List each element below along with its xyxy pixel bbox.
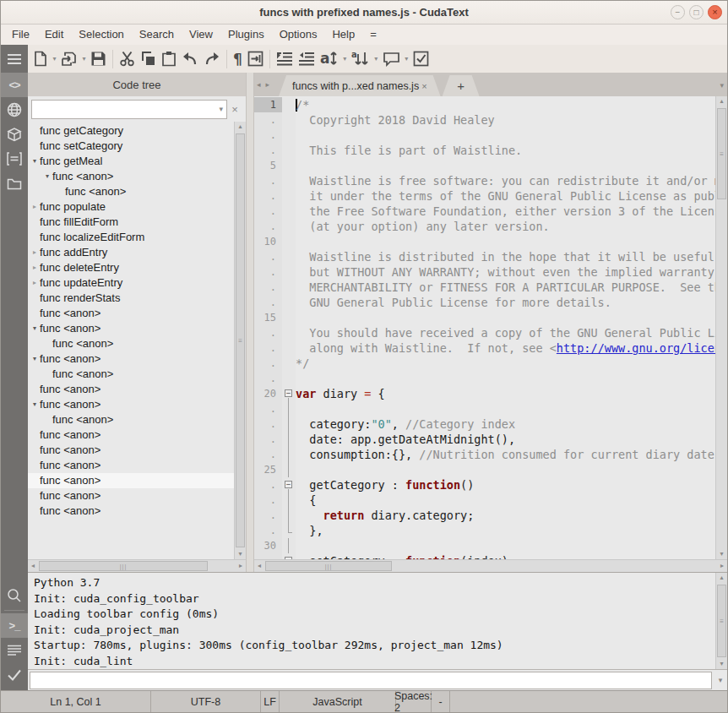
tree-item[interactable]: ▸func populate [28, 199, 234, 215]
editor-line[interactable]: . the Free Software Foundation, either v… [254, 204, 715, 219]
tab-active[interactable]: funcs with p...xed names.js × [279, 75, 441, 96]
scrollbar-thumb[interactable]: ≡ [236, 133, 245, 547]
editor-line[interactable]: . [254, 401, 715, 416]
tree-item[interactable]: ▾func <anon> [28, 351, 234, 367]
editor-line[interactable]: . MERCHANTABILITY or FITNESS FOR A PARTI… [254, 280, 715, 295]
scroll-down-icon[interactable]: ▾ [716, 659, 727, 669]
sort-dropdown-icon[interactable]: ▾ [372, 55, 380, 63]
scrollbar-thumb[interactable]: ≡ [717, 585, 726, 657]
console-history-dropdown-icon[interactable]: ▾ [714, 676, 727, 684]
copy-button[interactable] [138, 48, 159, 70]
scroll-down-icon[interactable]: ▾ [716, 549, 727, 559]
tree-item[interactable]: func localizeEditForm [28, 230, 234, 245]
validate-icon[interactable] [1, 662, 28, 687]
new-file-button[interactable] [30, 48, 51, 70]
editor-line[interactable]: . return diary.category; [254, 508, 715, 523]
tree-item[interactable]: ▸func addEntry [28, 245, 234, 260]
save-button[interactable] [88, 48, 109, 70]
tree-item[interactable]: func <anon> [28, 503, 234, 519]
tree-item[interactable]: func <anon> [28, 473, 234, 488]
tree-item[interactable]: func <anon> [28, 412, 234, 427]
editor-line[interactable]: . { [254, 493, 715, 508]
filter-dropdown-icon[interactable]: ▾ [219, 105, 223, 113]
tree-item[interactable]: ▾func <anon> [28, 321, 234, 336]
tabs-scroll-right-icon[interactable]: ▸ [263, 80, 273, 89]
expand-icon[interactable]: ▸ [30, 260, 40, 275]
tree-item[interactable]: func <anon> [28, 306, 234, 321]
paste-button[interactable] [159, 48, 179, 70]
comment-button[interactable] [380, 48, 403, 70]
editor-line[interactable]: . consumption:{}, //Nutrition consumed f… [254, 447, 715, 462]
editor-line[interactable]: 20−var diary = { [254, 386, 715, 401]
panel-splitter[interactable] [246, 73, 254, 572]
status-cursor-position[interactable]: Ln 1, Col 1 [1, 691, 151, 712]
fold-toggle-icon[interactable]: − [282, 553, 296, 559]
tree-item[interactable]: func <anon> [28, 336, 234, 351]
status-wrap[interactable]: - [432, 691, 450, 712]
console-icon[interactable]: >_ [1, 613, 28, 638]
editor-line[interactable]: . You should have received a copy of the… [254, 325, 715, 340]
scroll-left-icon[interactable]: ◂ [28, 560, 38, 572]
status-line-ends[interactable]: LF [261, 691, 280, 712]
editor-line[interactable]: .− setCategory : function(index) [254, 553, 715, 559]
tree-item[interactable]: func <anon> [28, 458, 234, 473]
collapse-icon[interactable]: ▾ [42, 169, 52, 184]
editor-horizontal-scrollbar[interactable]: ◂ ||| ▸ [254, 559, 727, 572]
editor-line[interactable]: 1/* [254, 97, 715, 112]
console-panel[interactable]: Python 3.7Init: cuda_config_toolbarLoadi… [28, 572, 727, 669]
editor-line[interactable]: 5 [254, 158, 715, 173]
tree-vertical-scrollbar[interactable]: ▴ ≡ ▾ [234, 122, 246, 559]
editor-line[interactable]: 25 [254, 462, 715, 477]
collapse-icon[interactable]: ▾ [30, 397, 40, 412]
menu-item-file[interactable]: File [4, 24, 37, 45]
console-vertical-scrollbar[interactable]: ▴ ≡ ▾ [715, 573, 727, 669]
expand-icon[interactable]: ▸ [30, 245, 40, 260]
editor-line[interactable]: . }, [254, 523, 715, 538]
editor-vertical-scrollbar[interactable]: ▴ ≡ ▾ [715, 96, 727, 559]
editor-line[interactable]: . it under the terms of the GNU General … [254, 188, 715, 204]
editor-line[interactable]: . along with Waistline. If not, see <htt… [254, 340, 715, 356]
menu-item-options[interactable]: Options [272, 24, 325, 45]
editor-line[interactable]: . but WITHOUT ANY WARRANTY; without even… [254, 264, 715, 280]
editor-line[interactable]: 30 [254, 538, 715, 553]
editor-line[interactable]: . [254, 371, 715, 386]
tree-item[interactable]: ▸func updateEntry [28, 275, 234, 291]
project-icon[interactable] [1, 171, 28, 195]
search-icon[interactable] [1, 583, 28, 607]
collapse-icon[interactable]: ▾ [30, 321, 40, 336]
editor-line[interactable]: 15 [254, 310, 715, 325]
menu-item-edit[interactable]: Edit [37, 24, 71, 45]
word-wrap-button[interactable] [245, 48, 266, 70]
fold-toggle-icon[interactable]: − [282, 477, 296, 493]
packages-icon[interactable] [1, 122, 28, 146]
change-case-dropdown-icon[interactable]: ▾ [341, 55, 349, 63]
tabs-list-dropdown-icon[interactable]: ▾ [720, 81, 724, 90]
collapse-icon[interactable]: ▾ [30, 351, 40, 367]
menu-item-selection[interactable]: Selection [71, 24, 131, 45]
scroll-up-icon[interactable]: ▴ [716, 573, 727, 583]
tree-item[interactable]: ▾func <anon> [28, 169, 234, 184]
tree-horizontal-scrollbar[interactable]: ◂ ||| ▸ [28, 559, 246, 572]
editor-line[interactable]: .*/ [254, 356, 715, 371]
editor-line[interactable]: . Waistline is distributed in the hope t… [254, 249, 715, 264]
collapse-icon[interactable]: ▾ [30, 154, 40, 169]
tree-item[interactable]: func setCategory [28, 139, 234, 154]
unindent-button[interactable] [296, 48, 318, 70]
tree-item[interactable]: func <anon> [28, 427, 234, 443]
change-case-button[interactable]: a [318, 48, 341, 70]
undo-button[interactable] [179, 48, 201, 70]
new-tab-button[interactable]: + [443, 75, 480, 96]
tree-item[interactable]: func <anon> [28, 382, 234, 397]
output-icon[interactable] [1, 638, 28, 662]
scroll-right-icon[interactable]: ▸ [236, 560, 246, 572]
tree-filter-input[interactable]: ▾ [31, 100, 227, 119]
snippets-icon[interactable] [1, 146, 28, 171]
editor-line[interactable]: 10 [254, 234, 715, 249]
scroll-left-icon[interactable]: ◂ [254, 560, 264, 572]
editor-line[interactable]: . GNU General Public License for more de… [254, 295, 715, 310]
close-button[interactable]: × [708, 5, 722, 19]
new-file-dropdown-icon[interactable]: ▾ [51, 55, 58, 63]
status-lexer[interactable]: JavaScript [280, 691, 396, 712]
tree-item[interactable]: ▸func deleteEntry [28, 260, 234, 275]
editor-line[interactable]: . [254, 128, 715, 143]
